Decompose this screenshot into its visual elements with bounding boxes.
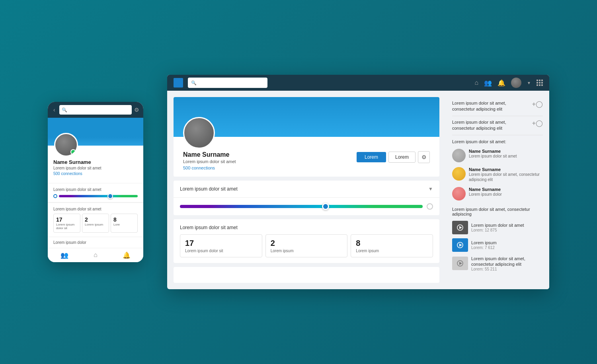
sidebar-suggestion-1: Lorem ipsum dolor sit amet, consectetur … [452,97,543,116]
sidebar-play-triangle-2 [459,243,462,247]
desktop-profile-connections[interactable]: 500 connections [183,165,236,170]
sidebar-media-section-title: Lorem ipsum dolor sit amet, consectetur … [452,207,543,216]
sidebar-person-1-name: Name Surname [469,149,517,154]
sidebar-person-2-avatar [452,167,466,181]
mobile-lorem-section: Lorem ipsum dolor [48,237,143,248]
sidebar-person-2: Name Surname Lorem ipsum dolor sit amet,… [452,165,543,185]
desktop-profile-btn-primary[interactable]: Lorem [357,152,386,162]
sidebar-person-1-info: Name Surname Lorem ipsum dolor sit amet [469,149,517,159]
desktop-nav-icons: ⌂ 👥 🔔 ▼ [474,78,543,88]
mobile-back-button[interactable]: ‹ [52,106,57,114]
desktop-home-icon[interactable]: ⌂ [474,79,478,86]
mobile-slider-thumb[interactable] [107,193,113,199]
desktop-grid-icon[interactable] [537,80,543,86]
mobile-search-input[interactable] [69,107,129,112]
sidebar-media-count-2: Lorem: 7 612 [471,245,497,250]
mobile-device: ‹ 🔍 ⚙ Name Surname Lorem ipsum dolor sit… [48,102,143,262]
sidebar-person-3-avatar [452,187,466,200]
desktop-search-icon: 🔍 [191,80,197,86]
desktop-people-icon[interactable]: 👥 [484,79,492,87]
desktop-slider-track[interactable] [180,205,423,208]
desktop-stats-card: Lorem ipsum dolor sit amet 17 Lorem ipsu… [174,219,439,263]
desktop-empty-card [174,267,439,283]
sidebar-add-icon-1[interactable]: +◯ [532,100,543,108]
desktop-search-input[interactable] [198,80,264,85]
mobile-stats-grid: 17 Lorem ipsum dolor sit 2 Lorem ipsum 8… [53,214,138,233]
desktop-slider-thumb[interactable] [322,203,329,210]
mobile-slider[interactable] [53,194,138,198]
sidebar-play-icon-2[interactable] [457,242,463,248]
sidebar-person-3-sub: Lorem ipsum dolor [469,192,502,197]
mobile-stats-section: Lorem ipsum dolor sit amet 17 Lorem ipsu… [48,202,143,237]
desktop-stat-card-3: 8 Lorem ipsum [351,234,433,257]
desktop-slider-chevron[interactable]: ▼ [428,186,433,192]
sidebar-play-triangle-1 [459,226,462,229]
mobile-gear-icon[interactable]: ⚙ [134,107,139,113]
mobile-slider-section: Lorem ipsum dolor sit amet [48,183,143,202]
desktop-slider-body [174,198,439,215]
sidebar-add-icon-2[interactable]: +◯ [532,119,543,127]
mobile-stat-card-1: 17 Lorem ipsum dolor sit [53,214,80,233]
mobile-nav-home-icon[interactable]: ⌂ [94,251,98,259]
desktop-user-avatar[interactable] [511,78,521,88]
desktop-profile-actions: Lorem Lorem ⚙ [357,151,430,163]
mobile-slider-start-dot [53,194,57,198]
desktop-stat-card-2: 2 Lorem ipsum [265,234,348,257]
sidebar-media-thumb-2[interactable] [452,238,468,252]
desktop-stat-number-2: 2 [271,239,343,248]
desktop-profile-name: Name Surname [183,151,236,158]
sidebar-media-info-2: Lorem ipsum Lorem: 7 612 [471,240,497,250]
desktop-profile-subtitle: Lorem ipsum dolor sit amet [183,159,236,164]
sidebar-media-title-2: Lorem ipsum [471,240,497,245]
mobile-search-bar[interactable]: 🔍 [59,105,132,115]
desktop-stat-label-3: Lorem ipsum [356,249,428,253]
mobile-stat-number-1: 17 [56,216,78,223]
desktop-slider-header: Lorem ipsum dolor sit amet ▼ [174,181,439,198]
sidebar-person-3-name: Name Surname [469,187,502,192]
desktop-dropdown-icon[interactable]: ▼ [527,81,531,85]
scene: ‹ 🔍 ⚙ Name Surname Lorem ipsum dolor sit… [32,59,565,305]
mobile-stat-card-2: 2 Lorem ipsum [82,214,109,233]
desktop-profile-text: Name Surname Lorem ipsum dolor sit amet … [183,151,236,170]
mobile-stats-title: Lorem ipsum dolor sit amet [53,207,138,211]
desktop-profile-avatar [183,117,215,149]
sidebar-person-1-avatar [452,149,466,162]
sidebar-media-thumb-3[interactable] [452,257,468,270]
mobile-nav-bell-icon[interactable]: 🔔 [123,251,131,259]
sidebar-people-section-title: Lorem ipsum dolor sit amet: [452,139,543,144]
sidebar-play-icon-1[interactable] [457,224,463,231]
desktop-slider-end-dot [427,203,433,210]
desktop-sidebar: Lorem ipsum dolor sit amet, consectetur … [446,91,549,289]
desktop-slider-card: Lorem ipsum dolor sit amet ▼ [174,181,439,215]
desktop-profile-gear-button[interactable]: ⚙ [418,151,430,163]
mobile-profile-connections[interactable]: 500 connections [53,171,138,176]
mobile-slider-title: Lorem ipsum dolor sit amet [53,187,138,192]
desktop-profile-btn-secondary[interactable]: Lorem [388,152,416,163]
mobile-cover [48,118,143,146]
desktop-stats-title: Lorem ipsum dolor sit amet [180,225,433,230]
mobile-topbar: ‹ 🔍 ⚙ [48,102,143,118]
sidebar-person-1-sub: Lorem ipsum dolor sit amet [469,154,517,159]
desktop-stats-grid: 17 Lorem ipsum dolor sit 2 Lorem ipsum 8… [180,234,433,257]
mobile-stat-number-2: 2 [85,216,106,223]
sidebar-media-item-1: Lorem ipsum dolor sit amet Lorem: 12 875 [452,219,543,236]
desktop-profile-cover [174,97,439,137]
mobile-avatar [54,133,78,157]
sidebar-media-item-2: Lorem ipsum Lorem: 7 612 [452,236,543,254]
sidebar-media-count-1: Lorem: 12 875 [471,228,524,232]
desktop-slider-title: Lorem ipsum dolor sit amet [180,186,238,192]
desktop-logo [174,78,183,88]
mobile-nav-people-icon[interactable]: 👥 [60,251,68,259]
desktop-main: Name Surname Lorem ipsum dolor sit amet … [167,91,446,289]
desktop-profile-info: Name Surname Lorem ipsum dolor sit amet … [174,137,439,177]
mobile-stat-number-3: 8 [113,216,135,223]
sidebar-media-thumb-1[interactable] [452,221,468,234]
sidebar-play-icon-3[interactable] [457,260,463,267]
mobile-slider-track[interactable] [59,195,138,197]
sidebar-suggestion-2: Lorem ipsum dolor sit amet, consectetur … [452,116,543,135]
sidebar-person-2-name: Name Surname [469,167,543,172]
desktop-bell-icon[interactable]: 🔔 [498,79,505,87]
mobile-profile-subtitle: Lorem ipsum dolor sit amet [53,166,138,170]
desktop-search-bar[interactable]: 🔍 [188,78,267,88]
desktop-device: 🔍 ⌂ 👥 🔔 ▼ [167,75,549,289]
